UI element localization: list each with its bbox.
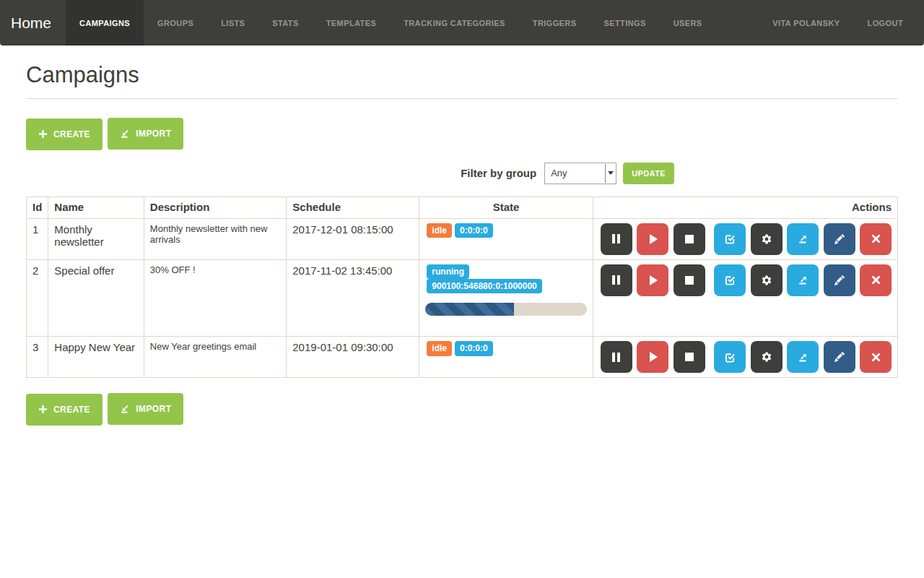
campaign-id: 1: [27, 218, 48, 259]
campaign-name: Happy New Year: [48, 337, 144, 378]
campaign-name: Special offer: [48, 259, 144, 337]
campaign-schedule: 2019-01-01 09:30:00: [287, 337, 419, 378]
stop-button[interactable]: [674, 223, 705, 255]
nav-item-templates[interactable]: TEMPLATES: [313, 0, 390, 46]
start-button[interactable]: [637, 223, 668, 255]
pause-button[interactable]: [601, 341, 632, 373]
import-button[interactable]: IMPORT: [108, 393, 183, 425]
check-square-icon: [725, 352, 736, 363]
campaign-state-cell: running900100:546880:0:1000000: [419, 259, 593, 337]
filter-row: Filter by group Any UPDATE: [26, 163, 898, 184]
import-button-label: IMPORT: [136, 129, 171, 139]
nav-item-stats[interactable]: STATS: [258, 0, 312, 46]
close-icon: [871, 353, 881, 362]
close-icon: [871, 234, 881, 243]
edit-button[interactable]: [824, 341, 855, 373]
nav-item-users[interactable]: USERS: [660, 0, 716, 46]
plus-icon: [38, 405, 48, 414]
column-header-description: Description: [144, 197, 286, 218]
delete-button[interactable]: [860, 264, 892, 296]
nav-item-tracking-categories[interactable]: TRACKING CATEGORIES: [390, 0, 519, 46]
stop-icon: [685, 235, 694, 243]
campaigns-table-body: 1 Monthly newsletter Monthly newsletter …: [27, 218, 898, 378]
pause-button[interactable]: [601, 223, 632, 255]
import-button-label: IMPORT: [136, 404, 171, 414]
campaign-actions-cell: [593, 337, 897, 378]
pencil-icon: [834, 275, 845, 285]
nav-item-triggers[interactable]: TRIGGERS: [519, 0, 590, 46]
export-button[interactable]: [787, 223, 819, 255]
enable-button[interactable]: [714, 341, 746, 373]
campaign-actions-cell: [593, 218, 897, 259]
nav-item-vita-polansky[interactable]: VITA POLANSKY: [759, 0, 853, 46]
gear-icon: [761, 275, 772, 286]
edit-button[interactable]: [824, 223, 855, 255]
navbar-spacer: [716, 0, 759, 46]
campaign-description: 30% OFF !: [144, 259, 286, 337]
import-icon: [120, 404, 130, 414]
stop-icon: [685, 353, 694, 361]
import-icon: [120, 129, 130, 139]
update-button[interactable]: UPDATE: [623, 163, 674, 184]
group-filter-selected-value: Any: [551, 168, 567, 178]
pause-icon: [612, 275, 620, 285]
settings-button[interactable]: [751, 264, 783, 296]
nav-item-logout[interactable]: LOGOUT: [854, 0, 917, 46]
edit-button[interactable]: [824, 264, 855, 296]
check-square-icon: [725, 275, 736, 285]
export-icon: [798, 352, 808, 363]
export-button[interactable]: [787, 264, 819, 296]
play-icon: [650, 352, 658, 362]
pause-icon: [612, 234, 620, 243]
enable-button[interactable]: [714, 264, 746, 296]
export-icon: [798, 275, 808, 285]
nav-item-settings[interactable]: SETTINGS: [590, 0, 659, 46]
counter-badge: 0:0:0:0: [455, 341, 493, 355]
top-toolbar: CREATE IMPORT: [26, 118, 898, 150]
table-row: 1 Monthly newsletter Monthly newsletter …: [27, 218, 898, 259]
chevron-down-icon: [605, 164, 616, 183]
start-button[interactable]: [637, 341, 668, 373]
column-header-schedule: Schedule: [287, 197, 419, 218]
nav-item-lists[interactable]: LISTS: [207, 0, 258, 46]
play-icon: [650, 275, 658, 285]
nav-item-campaigns[interactable]: CAMPAIGNS: [66, 0, 144, 46]
gear-icon: [761, 351, 772, 363]
campaign-state-cell: idle0:0:0:0: [419, 337, 593, 378]
campaign-schedule: 2017-11-02 13:45:00: [287, 259, 419, 337]
column-header-name: Name: [48, 197, 144, 218]
table-row: 2 Special offer 30% OFF ! 2017-11-02 13:…: [27, 259, 898, 337]
settings-button[interactable]: [751, 341, 783, 373]
filter-label: Filter by group: [461, 167, 536, 179]
plus-icon: [38, 129, 48, 139]
campaigns-table: Id Name Description Schedule State Actio…: [26, 197, 898, 379]
stop-button[interactable]: [674, 341, 705, 373]
pencil-icon: [834, 234, 845, 244]
start-button[interactable]: [637, 264, 668, 296]
stop-button[interactable]: [674, 264, 705, 296]
export-icon: [798, 233, 808, 244]
status-badge: idle: [427, 223, 452, 238]
create-button-label: CREATE: [53, 405, 90, 415]
delete-button[interactable]: [860, 341, 892, 373]
campaign-name: Monthly newsletter: [48, 218, 144, 259]
import-button[interactable]: IMPORT: [108, 118, 183, 150]
group-filter-select[interactable]: Any: [544, 163, 616, 184]
table-row: 3 Happy New Year New Year greetings emai…: [27, 337, 898, 378]
home-brand[interactable]: Home: [0, 0, 66, 46]
settings-button[interactable]: [751, 223, 783, 255]
create-button-label: CREATE: [53, 129, 90, 139]
status-badge: idle: [427, 341, 452, 355]
enable-button[interactable]: [714, 223, 746, 255]
campaign-state-cell: idle0:0:0:0: [419, 218, 593, 259]
campaign-description: Monthly newsletter with new arrivals: [144, 218, 286, 259]
export-button[interactable]: [787, 341, 819, 373]
create-button[interactable]: CREATE: [26, 118, 103, 150]
create-button[interactable]: CREATE: [26, 394, 103, 426]
table-header-row: Id Name Description Schedule State Actio…: [27, 197, 898, 218]
delete-button[interactable]: [860, 223, 892, 255]
campaign-schedule: 2017-12-01 08:15:00: [287, 218, 419, 259]
campaign-description: New Year greetings email: [144, 337, 286, 378]
nav-item-groups[interactable]: GROUPS: [144, 0, 207, 46]
pause-button[interactable]: [601, 264, 632, 296]
